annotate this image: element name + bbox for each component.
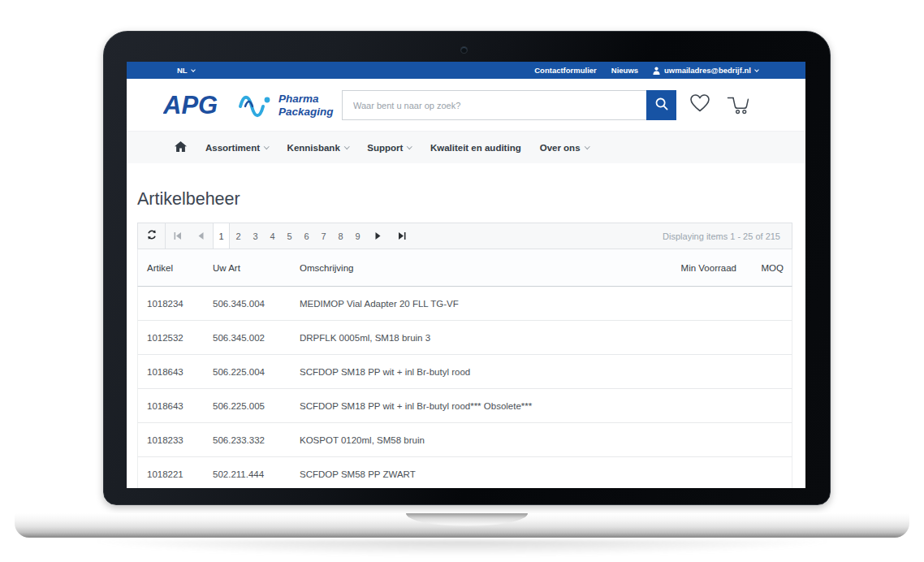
- logo-tagline-1: Pharma: [278, 93, 319, 105]
- nav-home[interactable]: [175, 141, 187, 153]
- chevron-down-icon: [407, 144, 412, 149]
- cell-uw-art: 506.233.332: [204, 435, 291, 445]
- pager-page-2[interactable]: 2: [230, 223, 247, 249]
- cell-omschrijving: MEDIMOP Vial Adapter 20 FLL TG-VF: [291, 299, 639, 309]
- cell-artikel: 1018221: [138, 469, 204, 479]
- chevron-down-icon: [264, 144, 269, 149]
- search-input[interactable]: [342, 90, 646, 120]
- cell-uw-art: 506.345.002: [204, 333, 291, 343]
- nav-label: Kwaliteit en auditing: [430, 143, 521, 153]
- nav-label: Support: [367, 143, 403, 153]
- shopping-cart-icon: [727, 105, 751, 117]
- wishlist-button[interactable]: [689, 93, 711, 116]
- cell-artikel: 1012532: [138, 333, 204, 343]
- laptop-lid-notch: [406, 513, 528, 526]
- pager-page-4[interactable]: 4: [264, 223, 281, 249]
- pager-page-3[interactable]: 3: [247, 223, 264, 249]
- prev-page-icon: [198, 230, 204, 242]
- webcam-dot: [461, 47, 467, 53]
- site-header: APG Pharma Packaging: [127, 79, 805, 131]
- table-row[interactable]: 1018234 506.345.004 MEDIMOP Vial Adapter…: [137, 287, 792, 321]
- chevron-down-icon: [585, 144, 589, 149]
- column-header-omschrijving[interactable]: Omschrijving: [291, 263, 639, 273]
- pager-page-8[interactable]: 8: [332, 223, 349, 249]
- home-icon: [175, 141, 187, 153]
- cell-omschrijving: DRPFLK 0005ml, SM18 bruin 3: [291, 333, 639, 343]
- account-email: uwmailadres@bedrijf.nl: [664, 66, 751, 75]
- cell-artikel: 1018643: [138, 401, 204, 411]
- refresh-button[interactable]: [138, 223, 166, 249]
- pager-page-6[interactable]: 6: [298, 223, 315, 249]
- pager-page-9[interactable]: 9: [349, 223, 366, 249]
- column-header-moq[interactable]: MOQ: [736, 263, 792, 273]
- cell-omschrijving: SCFDOP SM18 PP wit + inl Br-butyl rood**…: [291, 401, 639, 411]
- topbar-right-group: Contactformulier Nieuws uwmailadres@bedr…: [534, 66, 758, 75]
- laptop-reflection: [49, 540, 875, 561]
- page-title: Artikelbeheer: [137, 189, 805, 210]
- nav-label: Assortiment: [205, 143, 260, 153]
- chevron-down-icon: [754, 67, 759, 72]
- nav-item-assortiment[interactable]: Assortiment: [205, 143, 269, 153]
- language-selector[interactable]: NL: [177, 66, 195, 75]
- nav-label: Kennisbank: [287, 143, 340, 153]
- pager-next-button[interactable]: [366, 223, 390, 249]
- pager-first-button[interactable]: [166, 223, 189, 249]
- table-row[interactable]: 1018233 506.233.332 KOSPOT 0120ml, SM58 …: [137, 423, 792, 457]
- user-icon: [653, 67, 660, 75]
- cell-uw-art: 506.225.005: [204, 401, 291, 411]
- nav-item-support[interactable]: Support: [367, 143, 412, 153]
- table-row[interactable]: 1012532 506.345.002 DRPFLK 0005ml, SM18 …: [137, 321, 792, 355]
- articles-grid: 1 2 3 4 5 6 7 8 9: [137, 223, 792, 488]
- pager-page-5[interactable]: 5: [281, 223, 298, 249]
- nav-item-over-ons[interactable]: Over ons: [540, 143, 589, 153]
- column-header-artikel[interactable]: Artikel: [138, 263, 204, 273]
- cell-omschrijving: KOSPOT 0120ml, SM58 bruin: [291, 435, 639, 445]
- table-header-row: Artikel Uw Art Omschrijving Min Voorraad…: [137, 249, 792, 287]
- pager-page-7[interactable]: 7: [315, 223, 332, 249]
- page-content: Artikelbeheer: [127, 189, 805, 488]
- cell-uw-art: 506.225.004: [204, 367, 291, 377]
- dna-wave-icon: [240, 97, 270, 116]
- company-logo[interactable]: APG Pharma Packaging: [163, 87, 337, 126]
- grid-pager: 1 2 3 4 5 6 7 8 9: [137, 223, 792, 249]
- pager-page-1[interactable]: 1: [213, 223, 230, 249]
- table-row[interactable]: 1018643 506.225.005 SCFDOP SM18 PP wit +…: [137, 389, 792, 423]
- news-link[interactable]: Nieuws: [611, 66, 638, 75]
- main-navigation: Assortiment Kennisbank Support Kwaliteit…: [127, 131, 805, 163]
- cell-uw-art: 506.345.004: [204, 299, 291, 309]
- column-header-uw-art[interactable]: Uw Art: [204, 263, 291, 273]
- column-header-min-voorraad[interactable]: Min Voorraad: [639, 263, 736, 273]
- table-row[interactable]: 1018643 506.225.004 SCFDOP SM18 PP wit +…: [137, 355, 792, 389]
- logo-acronym: APG: [163, 91, 218, 119]
- nav-label: Over ons: [540, 143, 581, 153]
- cell-artikel: 1018643: [138, 367, 204, 377]
- cell-artikel: 1018233: [138, 435, 204, 445]
- pager-last-button[interactable]: [390, 223, 413, 249]
- laptop-bezel: NL Contactformulier Nieuws uwmailadres@b…: [103, 31, 831, 505]
- top-utility-bar: NL Contactformulier Nieuws uwmailadres@b…: [127, 62, 805, 79]
- chevron-down-icon: [191, 67, 196, 72]
- cell-omschrijving: SCFDOP SM58 PP ZWART: [291, 469, 639, 479]
- page-background: NL Contactformulier Nieuws uwmailadres@b…: [0, 0, 924, 562]
- pager-prev-button[interactable]: [189, 223, 213, 249]
- next-page-icon: [375, 230, 381, 242]
- search-button[interactable]: [646, 90, 676, 120]
- table-row[interactable]: 1018221 502.211.444 SCFDOP SM58 PP ZWART: [137, 457, 792, 488]
- account-menu[interactable]: uwmailadres@bedrijf.nl: [653, 66, 758, 75]
- refresh-icon: [146, 229, 158, 244]
- pager-status-text: Displaying items 1 - 25 of 215: [663, 231, 792, 241]
- cell-uw-art: 502.211.444: [204, 469, 291, 479]
- browser-viewport: NL Contactformulier Nieuws uwmailadres@b…: [127, 62, 805, 488]
- nav-item-kennisbank[interactable]: Kennisbank: [287, 143, 349, 153]
- search-icon: [654, 97, 669, 114]
- nav-item-kwaliteit[interactable]: Kwaliteit en auditing: [430, 143, 521, 153]
- heart-icon: [689, 104, 711, 116]
- search-bar: [342, 90, 676, 120]
- logo-tagline-2: Packaging: [278, 106, 334, 118]
- contact-link[interactable]: Contactformulier: [534, 66, 597, 75]
- laptop-base: [15, 513, 909, 538]
- cart-button[interactable]: [727, 93, 751, 117]
- cell-artikel: 1018234: [138, 299, 204, 309]
- first-page-icon: [174, 230, 182, 242]
- cell-omschrijving: SCFDOP SM18 PP wit + inl Br-butyl rood: [291, 367, 639, 377]
